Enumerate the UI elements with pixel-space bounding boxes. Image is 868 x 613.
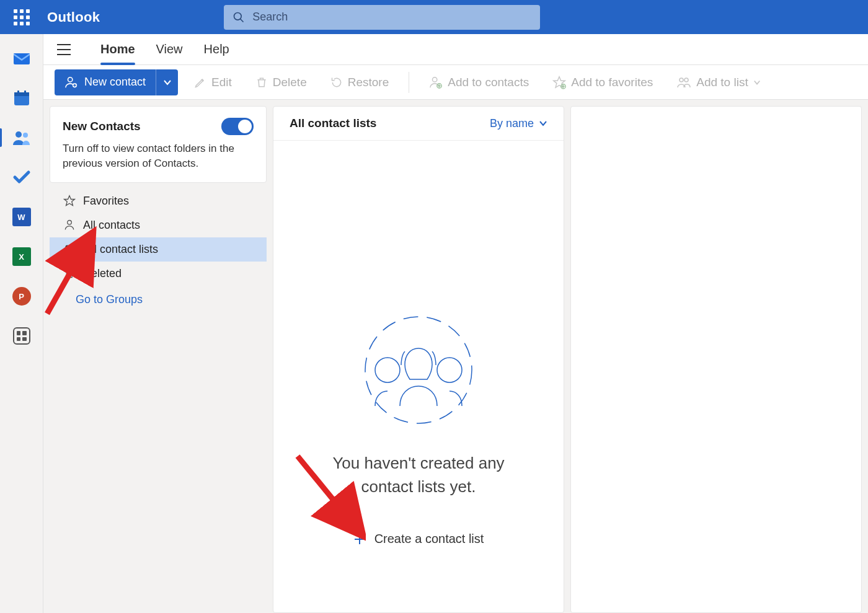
chevron-down-icon xyxy=(539,120,547,126)
nav-favorites-label: Favorites xyxy=(83,195,129,208)
nav-deleted[interactable]: Deleted xyxy=(50,262,267,286)
new-contacts-card: New Contacts Turn off to view contact fo… xyxy=(50,106,267,183)
rail-todo[interactable] xyxy=(11,167,32,188)
delete-button: Delete xyxy=(248,72,314,93)
go-to-groups-link[interactable]: Go to Groups xyxy=(50,286,267,314)
add-to-contacts-label: Add to contacts xyxy=(448,76,529,89)
nav-all-contact-lists[interactable]: All contact lists xyxy=(50,237,267,262)
new-contacts-toggle[interactable] xyxy=(221,118,254,135)
svg-point-15 xyxy=(433,77,437,81)
person-add-icon xyxy=(64,76,78,89)
app-launcher-button[interactable] xyxy=(0,0,43,34)
svg-point-11 xyxy=(68,77,73,81)
nav-favorites[interactable]: Favorites xyxy=(50,189,267,213)
new-contacts-title: New Contacts xyxy=(63,120,141,133)
waffle-icon xyxy=(14,9,30,25)
new-contact-label: New contact xyxy=(84,76,146,89)
list-header: All contact lists By name xyxy=(273,107,564,141)
svg-point-26 xyxy=(68,221,72,225)
folder-nav: Favorites All contacts All contact lists… xyxy=(50,189,267,314)
add-to-contacts-button: Add to contacts xyxy=(422,72,536,93)
add-to-list-label: Add to list xyxy=(696,76,748,89)
new-contacts-description: Turn off to view contact folders in the … xyxy=(63,141,254,171)
svg-marker-25 xyxy=(64,196,75,206)
sort-label: By name xyxy=(490,117,534,130)
svg-point-31 xyxy=(437,358,462,382)
svg-point-30 xyxy=(375,358,400,382)
ribbon-separator xyxy=(409,72,409,93)
add-to-list-button: Add to list xyxy=(669,72,768,93)
nav-all-contact-lists-label: All contact lists xyxy=(84,243,158,256)
edit-button: Edit xyxy=(187,72,239,93)
search-input[interactable]: Search xyxy=(224,5,540,30)
rail-more-apps[interactable] xyxy=(11,325,32,346)
trash-icon xyxy=(63,267,76,280)
rail-word[interactable]: W xyxy=(11,206,32,227)
empty-message: You haven't created any contact lists ye… xyxy=(319,452,518,498)
nav-all-contacts-label: All contacts xyxy=(83,219,140,232)
chevron-down-icon xyxy=(163,79,172,86)
svg-rect-3 xyxy=(14,92,29,96)
new-contact-dropdown[interactable] xyxy=(156,69,178,95)
tab-help[interactable]: Help xyxy=(204,37,229,61)
svg-point-23 xyxy=(680,78,683,82)
search-icon xyxy=(232,11,245,24)
create-contact-list-button[interactable]: Create a contact list xyxy=(353,532,484,546)
people-icon xyxy=(12,130,31,145)
new-contact-splitbutton: New contact xyxy=(55,69,178,95)
create-contact-list-label: Create a contact list xyxy=(374,532,484,546)
list-title: All contact lists xyxy=(290,117,376,130)
tab-view[interactable]: View xyxy=(156,37,183,61)
detail-panel xyxy=(570,106,862,613)
rail-people[interactable] xyxy=(11,127,32,148)
search-placeholder: Search xyxy=(252,11,288,24)
restore-icon xyxy=(330,76,343,89)
mail-icon xyxy=(12,51,31,66)
svg-line-1 xyxy=(241,19,244,22)
plus-icon xyxy=(353,533,366,545)
person-plus-icon xyxy=(429,76,443,89)
svg-point-7 xyxy=(23,133,28,138)
calendar-icon xyxy=(13,89,30,107)
group-icon xyxy=(676,76,691,89)
trash-icon xyxy=(255,76,268,89)
nav-toggle-button[interactable] xyxy=(55,40,73,59)
add-to-favorites-label: Add to favorites xyxy=(571,76,653,89)
sort-dropdown[interactable]: By name xyxy=(490,117,547,130)
content-area: New Contacts Turn off to view contact fo… xyxy=(43,100,868,613)
svg-point-0 xyxy=(234,12,242,20)
pencil-icon xyxy=(194,76,206,89)
svg-point-6 xyxy=(16,131,22,138)
powerpoint-icon: P xyxy=(12,287,31,306)
rail-powerpoint[interactable]: P xyxy=(11,286,32,307)
svg-point-28 xyxy=(70,245,74,249)
nav-all-contacts[interactable]: All contacts xyxy=(50,213,267,237)
title-bar: Outlook Search xyxy=(0,0,868,34)
empty-illustration xyxy=(356,314,480,428)
hamburger-icon xyxy=(57,44,71,55)
rail-excel[interactable]: X xyxy=(11,246,32,267)
excel-icon: X xyxy=(12,247,31,266)
list-panel: All contact lists By name xyxy=(273,106,564,613)
more-apps-icon xyxy=(13,327,30,345)
check-icon xyxy=(12,170,31,185)
person-icon xyxy=(63,219,76,231)
restore-label: Restore xyxy=(348,76,389,89)
app-rail: W X P xyxy=(0,34,43,613)
ribbon: New contact Edit Delete Restore xyxy=(43,65,868,100)
tabstrip: Home View Help xyxy=(43,34,868,65)
svg-point-24 xyxy=(684,78,688,82)
tab-home[interactable]: Home xyxy=(100,37,135,61)
svg-rect-4 xyxy=(17,90,19,94)
word-icon: W xyxy=(12,208,31,226)
empty-state: You haven't created any contact lists ye… xyxy=(273,141,564,612)
rail-calendar[interactable] xyxy=(11,87,32,108)
add-to-favorites-button: Add to favorites xyxy=(545,72,660,93)
edit-label: Edit xyxy=(211,76,232,89)
rail-mail[interactable] xyxy=(11,48,32,69)
star-icon xyxy=(63,195,76,207)
svg-point-29 xyxy=(365,317,472,423)
new-contact-button[interactable]: New contact xyxy=(55,76,156,89)
people-list-icon xyxy=(63,244,77,255)
svg-rect-5 xyxy=(24,90,26,94)
